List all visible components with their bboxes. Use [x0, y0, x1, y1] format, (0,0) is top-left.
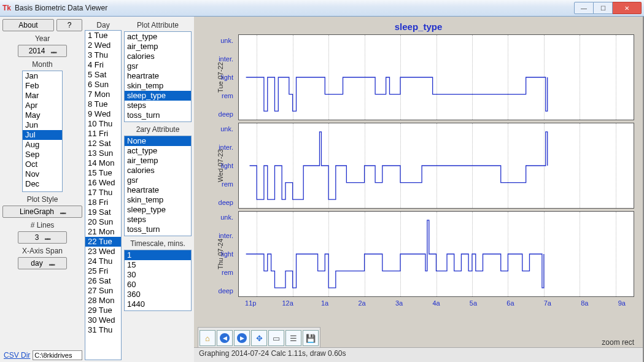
plot-box[interactable] — [238, 34, 634, 120]
list-item[interactable]: Sep — [23, 150, 62, 160]
csv-dir-field[interactable]: C:\8rkidrives — [33, 350, 82, 360]
list-item[interactable]: Apr — [23, 101, 62, 110]
list-item[interactable]: toss_turn — [125, 225, 191, 234]
plot-box[interactable] — [238, 123, 634, 209]
list-item[interactable]: heartrate — [125, 185, 191, 195]
list-item[interactable]: 29 Tue — [85, 306, 121, 315]
subplots-icon[interactable]: ☰ — [285, 330, 301, 346]
list-item[interactable]: Jan — [23, 71, 62, 81]
list-item[interactable]: act_type — [125, 146, 191, 156]
list-item[interactable]: 2 Wed — [85, 40, 121, 50]
maximize-button[interactable]: ☐ — [594, 2, 613, 14]
list-item[interactable]: gsr — [125, 175, 191, 185]
chart-row: Tue 07-22unk.inter.lightremdeep — [200, 34, 637, 120]
list-item[interactable]: 7 Mon — [85, 90, 121, 99]
list-item[interactable]: 1440 — [125, 299, 191, 309]
list-item[interactable]: Feb — [23, 81, 62, 91]
list-item[interactable]: sleep_type — [125, 91, 191, 101]
list-item[interactable]: skin_temp — [125, 195, 191, 205]
sec-attr-listbox[interactable]: Noneact_typeair_tempcaloriesgsrheartrate… — [124, 136, 192, 236]
minimize-button[interactable]: — — [574, 2, 594, 14]
plot-area: sleep_type Tue 07-22unk.inter.lightremde… — [194, 17, 644, 362]
list-item[interactable]: steps — [125, 215, 191, 225]
list-item[interactable]: Dec — [23, 179, 62, 189]
list-item[interactable]: 4 Fri — [85, 60, 121, 70]
list-item[interactable]: 13 Sun — [85, 148, 121, 158]
csv-dir-link[interactable]: CSV Dir — [2, 351, 31, 360]
list-item[interactable]: 9 Wed — [85, 109, 121, 119]
about-button[interactable]: About — [2, 19, 54, 31]
list-item[interactable]: 360 — [125, 290, 191, 299]
pan-icon[interactable]: ✥ — [251, 330, 267, 346]
list-item[interactable]: Jun — [23, 120, 62, 130]
close-button[interactable]: ✕ — [613, 2, 642, 14]
control-column-1: About ? Year 2014 ▂▂ Month JanFebMarAprM… — [0, 17, 85, 362]
home-icon[interactable]: ⌂ — [200, 330, 215, 346]
list-item[interactable]: 30 Wed — [85, 315, 121, 325]
list-item[interactable]: 12 Sat — [85, 139, 121, 148]
list-item[interactable]: 16 Wed — [85, 178, 121, 188]
list-item[interactable]: 23 Wed — [85, 247, 121, 256]
forward-icon[interactable]: ▶ — [234, 330, 250, 346]
y-tick-labels: unk.inter.lightremdeep — [209, 34, 236, 120]
list-item[interactable]: 6 Sun — [85, 80, 121, 90]
save-icon[interactable]: 💾 — [303, 330, 319, 346]
list-item[interactable]: calories — [125, 52, 191, 61]
list-item[interactable]: 1 Tue — [85, 31, 121, 40]
list-item[interactable]: May — [23, 110, 62, 120]
list-item[interactable]: 1 — [125, 250, 191, 260]
list-item[interactable]: toss_turn — [125, 110, 191, 120]
list-item[interactable]: Nov — [23, 169, 62, 179]
list-item[interactable]: 27 Sun — [85, 286, 121, 296]
list-item[interactable]: 17 Thu — [85, 188, 121, 198]
list-item[interactable]: 60 — [125, 280, 191, 290]
list-item[interactable]: 20 Sun — [85, 217, 121, 227]
help-button[interactable]: ? — [56, 19, 82, 31]
list-item[interactable]: Mar — [23, 91, 62, 101]
num-lines-dropdown[interactable]: 3 ▂▂ — [18, 231, 67, 244]
list-item[interactable]: 8 Tue — [85, 99, 121, 109]
list-item[interactable]: 25 Fri — [85, 266, 121, 276]
list-item[interactable]: 18 Fri — [85, 198, 121, 207]
list-item[interactable]: 15 Tue — [85, 168, 121, 178]
day-listbox[interactable]: 1 Tue2 Wed3 Thu4 Fri5 Sat6 Sun7 Mon8 Tue… — [85, 30, 122, 360]
list-item[interactable]: heartrate — [125, 71, 191, 81]
chevron-down-icon: ▂▂ — [45, 235, 50, 240]
list-item[interactable]: air_temp — [125, 42, 191, 52]
list-item[interactable]: 19 Sat — [85, 207, 121, 217]
list-item[interactable]: calories — [125, 166, 191, 175]
timescale-listbox[interactable]: 11530603601440 — [124, 250, 192, 311]
list-item[interactable]: gsr — [125, 61, 191, 71]
list-item[interactable]: skin_temp — [125, 81, 191, 91]
zoom-icon[interactable]: ▭ — [268, 330, 284, 346]
list-item[interactable]: 14 Mon — [85, 158, 121, 168]
list-item[interactable]: 5 Sat — [85, 70, 121, 80]
list-item[interactable]: 24 Thu — [85, 256, 121, 266]
list-item[interactable]: 30 — [125, 270, 191, 280]
year-dropdown[interactable]: 2014 ▂▂ — [18, 45, 67, 57]
list-item[interactable]: 31 Thu — [85, 325, 121, 335]
back-icon[interactable]: ◀ — [217, 330, 233, 346]
list-item[interactable]: Oct — [23, 160, 62, 169]
list-item[interactable]: act_type — [125, 32, 191, 42]
list-item[interactable]: Jul — [23, 130, 62, 140]
list-item[interactable]: 26 Sat — [85, 276, 121, 286]
list-item[interactable]: air_temp — [125, 156, 191, 166]
list-item[interactable]: 22 Tue — [85, 237, 121, 247]
month-listbox[interactable]: JanFebMarAprMayJunJulAugSepOctNovDec — [22, 71, 63, 192]
list-item[interactable]: 10 Thu — [85, 119, 121, 129]
plot-style-dropdown[interactable]: LineGraph ▂▂ — [2, 206, 82, 218]
list-item[interactable]: sleep_type — [125, 205, 191, 215]
list-item[interactable]: Aug — [23, 140, 62, 150]
list-item[interactable]: 28 Mon — [85, 296, 121, 306]
day-label: Day — [85, 19, 122, 30]
xaxis-span-dropdown[interactable]: day ▂▂ — [18, 257, 67, 269]
list-item[interactable]: None — [125, 136, 191, 146]
list-item[interactable]: 21 Mon — [85, 227, 121, 237]
list-item[interactable]: 3 Thu — [85, 50, 121, 60]
list-item[interactable]: 11 Fri — [85, 129, 121, 139]
plot-attr-listbox[interactable]: act_typeair_tempcaloriesgsrheartrateskin… — [124, 31, 192, 122]
plot-box[interactable] — [238, 211, 634, 297]
list-item[interactable]: 15 — [125, 260, 191, 270]
list-item[interactable]: steps — [125, 101, 191, 110]
